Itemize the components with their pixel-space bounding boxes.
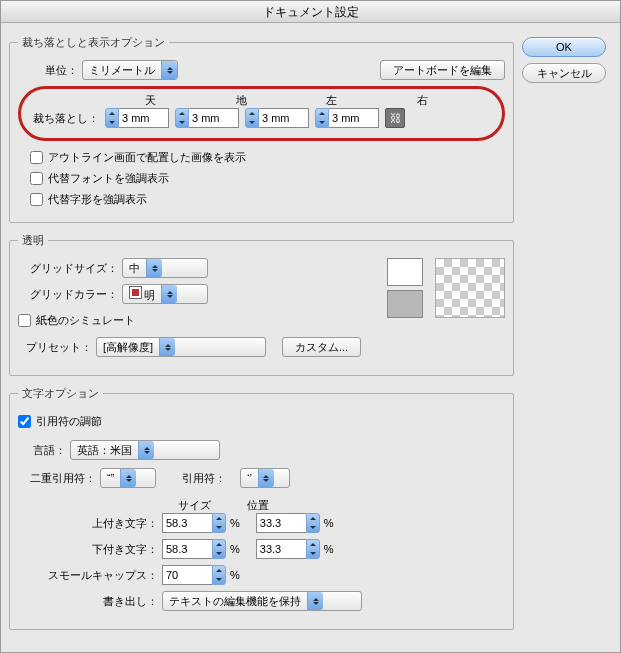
language-select[interactable]: 英語：米国 (70, 440, 220, 460)
dropdown-arrows-icon (161, 61, 177, 79)
simulate-paper-checkbox[interactable]: 紙色のシミュレート (18, 313, 135, 328)
preset-label: プリセット： (18, 340, 92, 355)
simulate-paper-input[interactable] (18, 314, 31, 327)
bleed-left-input[interactable] (259, 108, 309, 128)
highlight-altfont-label: 代替フォントを強調表示 (48, 171, 169, 186)
grid-color-label: グリッドカラー： (18, 287, 118, 302)
bleed-head-top: 天 (105, 93, 196, 108)
bleed-right-input[interactable] (329, 108, 379, 128)
export-select[interactable]: テキストの編集機能を保持 (162, 591, 362, 611)
units-value: ミリメートル (83, 63, 161, 78)
ok-button[interactable]: OK (522, 37, 606, 57)
highlight-altglyph-checkbox[interactable]: 代替字形を強調表示 (30, 192, 147, 207)
pct-label: % (230, 569, 240, 581)
highlight-altglyph-input[interactable] (30, 193, 43, 206)
dialog-title: ドキュメント設定 (1, 1, 620, 23)
outline-images-checkbox[interactable]: アウトライン画面で配置した画像を表示 (30, 150, 246, 165)
superscript-pos[interactable] (256, 513, 320, 533)
double-quote-value: “” (101, 472, 120, 484)
bleed-label: 裁ち落とし： (27, 111, 99, 126)
bleed-bottom-input[interactable] (189, 108, 239, 128)
bleed-highlight: 天 地 左 右 裁ち落とし： ⛓ (18, 86, 505, 141)
type-legend: 文字オプション (18, 386, 103, 401)
bleed-top-input[interactable] (119, 108, 169, 128)
smart-quotes-checkbox[interactable]: 引用符の調節 (18, 414, 102, 429)
grid-size-label: グリッドサイズ： (18, 261, 118, 276)
dropdown-arrows-icon (159, 338, 175, 356)
custom-label: カスタム... (295, 340, 348, 355)
smart-quotes-input[interactable] (18, 415, 31, 428)
dropdown-arrows-icon (120, 469, 136, 487)
highlight-altfont-checkbox[interactable]: 代替フォントを強調表示 (30, 171, 169, 186)
superscript-pos-input[interactable] (256, 513, 306, 533)
edit-artboard-button[interactable]: アートボードを編集 (380, 60, 505, 80)
language-value: 英語：米国 (71, 443, 138, 458)
superscript-label: 上付き文字： (18, 516, 158, 531)
transparency-legend: 透明 (18, 233, 48, 248)
superscript-size[interactable] (162, 513, 226, 533)
double-quote-label: 二重引用符： (18, 471, 96, 486)
position-heading: 位置 (247, 498, 269, 513)
single-quote-value: ‘’ (241, 472, 258, 484)
grid-color-select[interactable]: 明 (122, 284, 208, 304)
grid-size-select[interactable]: 中 (122, 258, 208, 278)
smallcaps-field[interactable] (162, 565, 226, 585)
checker-preview (435, 258, 505, 318)
highlight-altfont-input[interactable] (30, 172, 43, 185)
outline-images-label: アウトライン画面で配置した画像を表示 (48, 150, 246, 165)
dropdown-arrows-icon (138, 441, 154, 459)
dropdown-arrows-icon (146, 259, 162, 277)
pct-label: % (324, 517, 334, 529)
superscript-size-input[interactable] (162, 513, 212, 533)
ok-label: OK (556, 41, 572, 53)
export-label: 書き出し： (18, 594, 158, 609)
language-label: 言語： (18, 443, 66, 458)
bleed-top-spinner[interactable] (105, 108, 169, 128)
swatch-gray (387, 290, 423, 318)
simulate-paper-label: 紙色のシミュレート (36, 313, 135, 328)
dropdown-arrows-icon (258, 469, 274, 487)
pct-label: % (230, 517, 240, 529)
pct-label: % (324, 543, 334, 555)
bleed-legend: 裁ち落としと表示オプション (18, 35, 169, 50)
grid-color-value: 明 (144, 289, 155, 301)
bleed-head-left: 左 (287, 93, 378, 108)
single-quote-label: 引用符： (182, 471, 226, 486)
units-label: 単位： (18, 63, 78, 78)
highlight-altglyph-label: 代替字形を強調表示 (48, 192, 147, 207)
preset-select[interactable]: [高解像度] (96, 337, 266, 357)
units-select[interactable]: ミリメートル (82, 60, 178, 80)
edit-artboard-label: アートボードを編集 (393, 63, 492, 78)
link-icon[interactable]: ⛓ (385, 108, 405, 128)
subscript-label: 下付き文字： (18, 542, 158, 557)
preset-value: [高解像度] (97, 340, 159, 355)
smallcaps-input[interactable] (162, 565, 212, 585)
bleed-right-spinner[interactable] (315, 108, 379, 128)
single-quote-select[interactable]: ‘’ (240, 468, 290, 488)
double-quote-select[interactable]: “” (100, 468, 156, 488)
custom-button[interactable]: カスタム... (282, 337, 361, 357)
bleed-left-spinner[interactable] (245, 108, 309, 128)
grid-size-value: 中 (123, 261, 146, 276)
subscript-pos[interactable] (256, 539, 320, 559)
outline-images-input[interactable] (30, 151, 43, 164)
bleed-fieldset: 裁ち落としと表示オプション 単位： ミリメートル アートボードを編集 天 地 左… (9, 35, 514, 223)
subscript-size[interactable] (162, 539, 226, 559)
type-fieldset: 文字オプション 引用符の調節 言語： 英語：米国 二重引用符： “” 引用符： … (9, 386, 514, 630)
dropdown-arrows-icon (161, 285, 177, 303)
subscript-size-input[interactable] (162, 539, 212, 559)
document-setup-dialog: ドキュメント設定 裁ち落としと表示オプション 単位： ミリメートル アートボード… (0, 0, 621, 653)
size-heading: サイズ (178, 498, 211, 513)
cancel-button[interactable]: キャンセル (522, 63, 606, 83)
bleed-bottom-spinner[interactable] (175, 108, 239, 128)
smart-quotes-label: 引用符の調節 (36, 414, 102, 429)
pct-label: % (230, 543, 240, 555)
export-value: テキストの編集機能を保持 (163, 594, 307, 609)
bleed-head-right: 右 (377, 93, 468, 108)
subscript-pos-input[interactable] (256, 539, 306, 559)
smallcaps-label: スモールキャップス： (18, 568, 158, 583)
dropdown-arrows-icon (307, 592, 323, 610)
swatch-white (387, 258, 423, 286)
cancel-label: キャンセル (537, 66, 592, 81)
transparency-fieldset: 透明 グリッドサイズ： 中 グリッドカラー： 明 紙色のシミュレート (9, 233, 514, 376)
